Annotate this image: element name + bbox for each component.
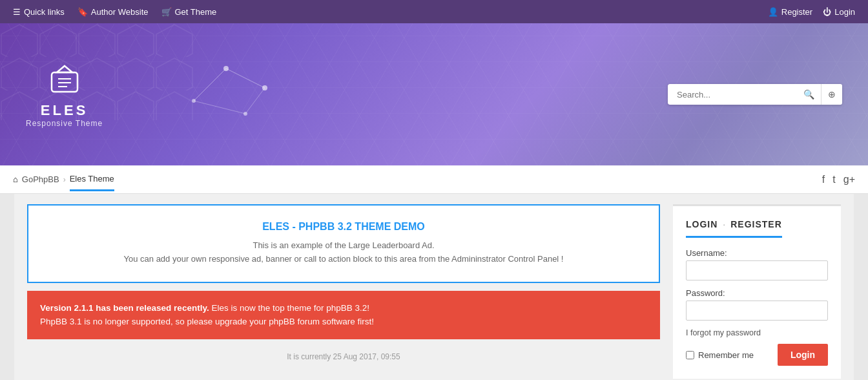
bookmark-icon: 🔖 — [78, 7, 88, 17]
alert-text: Eles is now the top theme for phpBB 3.2! — [209, 303, 369, 313]
alert-line2: PhpBB 3.1 is no longer supported, so ple… — [40, 317, 374, 326]
author-website-link[interactable]: 🔖 Author Website — [78, 7, 149, 17]
content-area: ELES - PHPBB 3.2 THEME DEMO This is an e… — [27, 204, 660, 379]
top-bar-right: 👤 Register ⏻ Login — [768, 7, 855, 17]
footer-hint: It is currently 25 Aug 2017, 09:55 — [27, 347, 660, 366]
hero-search-area: 🔍 ⊕ — [668, 84, 842, 105]
svg-line-7 — [194, 69, 226, 101]
breadcrumb-bar: ⌂ GoPhpBB › Eles Theme f t g+ — [0, 165, 868, 194]
quick-links-label: Quick links — [24, 7, 65, 17]
ad-banner-title: ELES - PHPBB 3.2 THEME DEMO — [44, 221, 643, 233]
author-website-label: Author Website — [91, 7, 149, 17]
user-icon: 👤 — [768, 7, 778, 17]
breadcrumb-current: Eles Theme — [70, 168, 114, 191]
breadcrumb-separator: › — [63, 175, 66, 184]
alert-box: Version 2.1.1 has been released recently… — [27, 291, 660, 339]
password-label: Password: — [686, 288, 828, 298]
register-title: REGISTER — [730, 219, 782, 229]
login-link[interactable]: ⏻ Login — [823, 7, 855, 17]
search-icon: 🔍 — [803, 89, 814, 100]
get-theme-link[interactable]: 🛒 Get Theme — [161, 7, 217, 17]
register-label: Register — [781, 7, 812, 17]
top-bar-left: ☰ Quick links 🔖 Author Website 🛒 Get The… — [13, 7, 216, 17]
ad-banner: ELES - PHPBB 3.2 THEME DEMO This is an e… — [27, 204, 660, 283]
svg-line-9 — [194, 101, 245, 114]
password-input[interactable] — [686, 301, 828, 321]
logo-subtitle: Responsive Theme — [26, 119, 103, 128]
twitter-icon[interactable]: t — [832, 174, 835, 185]
username-input[interactable] — [686, 260, 828, 280]
advanced-search-button[interactable]: ⊕ — [821, 84, 842, 105]
facebook-icon[interactable]: f — [822, 174, 825, 185]
power-icon: ⏻ — [823, 7, 831, 17]
svg-marker-11 — [57, 66, 72, 72]
remember-me-checkbox[interactable] — [686, 351, 694, 359]
home-icon: ⌂ — [13, 174, 18, 184]
logo-icon — [45, 61, 84, 100]
site-logo: ELES Responsive Theme — [26, 61, 103, 128]
main-wrapper: ELES - PHPBB 3.2 THEME DEMO This is an e… — [14, 194, 854, 380]
search-button[interactable]: 🔍 — [797, 84, 821, 105]
quick-links-link[interactable]: ☰ Quick links — [13, 7, 65, 17]
hero-header: ELES Responsive Theme 🔍 ⊕ — [0, 23, 868, 165]
advanced-search-icon: ⊕ — [828, 89, 836, 100]
login-box: LOGIN · REGISTER Username: Password: I f… — [673, 204, 841, 379]
svg-line-6 — [226, 69, 265, 88]
breadcrumb-home[interactable]: GoPhpBB — [22, 174, 59, 184]
svg-line-8 — [245, 88, 265, 114]
breadcrumb: ⌂ GoPhpBB › Eles Theme — [13, 168, 114, 191]
top-bar: ☰ Quick links 🔖 Author Website 🛒 Get The… — [0, 0, 868, 23]
login-separator: · — [723, 219, 725, 229]
ad-banner-desc: This is an example of the Large Leaderbo… — [44, 239, 643, 266]
forgot-password-text[interactable]: I forgot my password — [686, 328, 828, 337]
login-title: LOGIN — [686, 219, 718, 229]
search-input[interactable] — [668, 84, 797, 105]
constellation-graphic — [161, 49, 291, 140]
search-group: 🔍 ⊕ — [668, 84, 842, 105]
remember-me-label: Remember me — [698, 350, 754, 360]
sidebar: LOGIN · REGISTER Username: Password: I f… — [673, 204, 841, 379]
alert-bold: Version 2.1.1 has been released recently… — [40, 303, 209, 313]
login-box-header: LOGIN · REGISTER — [686, 219, 782, 238]
register-link[interactable]: 👤 Register — [768, 7, 812, 17]
googleplus-icon[interactable]: g+ — [843, 174, 855, 185]
username-label: Username: — [686, 248, 828, 258]
login-topbar-label: Login — [834, 7, 855, 17]
remember-me-row: Remember me — [686, 350, 754, 360]
social-icons: f t g+ — [822, 174, 855, 185]
login-button[interactable]: Login — [778, 344, 828, 366]
get-theme-label: Get Theme — [175, 7, 217, 17]
logo-title: ELES — [41, 102, 88, 119]
cart-icon: 🛒 — [161, 7, 172, 17]
menu-icon: ☰ — [13, 7, 21, 17]
